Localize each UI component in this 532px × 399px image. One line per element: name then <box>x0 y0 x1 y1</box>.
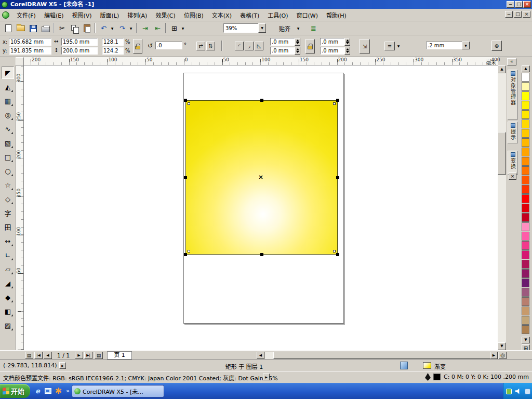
corner-radius-br-input[interactable] <box>320 47 345 55</box>
cut-button[interactable]: ✂ <box>56 22 68 34</box>
docker-tab[interactable]: 变换 <box>508 151 518 175</box>
volume-icon[interactable] <box>514 388 522 395</box>
palette-swatch[interactable] <box>522 148 529 156</box>
snap-button[interactable]: 贴齐 <box>274 22 295 34</box>
lock-ratio-button[interactable] <box>133 39 142 54</box>
table-tool[interactable]: 田 <box>2 221 14 233</box>
mirror-horizontal-button[interactable]: ⇄ <box>196 42 205 50</box>
profile-flyout-button[interactable]: ▶ <box>263 374 270 380</box>
palette-swatch[interactable] <box>522 185 529 194</box>
palette-swatch[interactable] <box>522 129 529 138</box>
palette-swatch[interactable] <box>522 82 529 91</box>
palette-swatch[interactable] <box>522 307 529 315</box>
save-button[interactable] <box>27 22 39 34</box>
blend-tool[interactable]: ▱ <box>2 263 14 275</box>
palette-swatch[interactable] <box>522 250 529 259</box>
scroll-right-button[interactable]: ▶ <box>490 352 498 359</box>
palette-swatch[interactable] <box>522 101 529 110</box>
outline-color-swatch[interactable] <box>433 374 441 380</box>
outline-pen-tool[interactable]: ◆ <box>2 291 14 303</box>
palette-swatch[interactable] <box>522 157 529 166</box>
dimension-tool[interactable]: ↔ <box>2 235 14 247</box>
copy-button[interactable] <box>69 22 81 34</box>
corner-radius-tl-input[interactable] <box>270 38 295 46</box>
outline-width-dropdown[interactable]: ▼ <box>462 42 470 49</box>
freehand-tool[interactable]: ∿ <box>2 123 14 135</box>
new-button[interactable] <box>2 22 14 34</box>
palette-swatch[interactable] <box>522 278 529 287</box>
horizontal-scroll-thumb[interactable] <box>273 352 490 359</box>
horizontal-ruler[interactable]: 20015010050050100150200250300350400 毫米 <box>24 57 498 65</box>
palette-swatch[interactable] <box>522 269 529 278</box>
application-launcher-button[interactable]: ⊞ <box>168 22 180 34</box>
menu-item[interactable]: 文本(X) <box>208 9 236 21</box>
selection-handle[interactable] <box>336 253 339 256</box>
previous-page-button[interactable]: ◀ <box>44 352 52 359</box>
docker-close-button[interactable]: × <box>509 172 516 180</box>
docker-collapse-button[interactable]: « <box>507 58 516 65</box>
tray-icon-2[interactable] <box>524 388 531 395</box>
palette-swatch[interactable] <box>522 316 529 325</box>
basic-shapes-tool[interactable]: ◇ <box>2 193 14 205</box>
internet-explorer-icon[interactable]: e <box>33 387 42 395</box>
zoom-level-dropdown[interactable]: ▼ <box>258 23 266 33</box>
selection-handle[interactable] <box>260 253 263 256</box>
vertical-scroll-thumb[interactable] <box>498 132 506 175</box>
minimize-button[interactable]: − <box>507 1 514 8</box>
scale-stroke-button[interactable]: ⇲ <box>360 39 370 54</box>
zoom-level-input[interactable] <box>223 23 259 33</box>
object-corner-node[interactable] <box>188 102 190 105</box>
last-page-button[interactable]: ▶| <box>84 352 92 359</box>
scale-v-input[interactable] <box>102 47 124 55</box>
corner-radius-tr-spinner[interactable] <box>344 38 350 46</box>
palette-swatch[interactable] <box>522 325 529 334</box>
palette-swatch[interactable] <box>522 73 529 82</box>
symmetry-button[interactable]: ⊛ <box>491 41 502 51</box>
add-page-button[interactable]: ▤ <box>95 352 103 359</box>
zoom-tool[interactable]: ◎ <box>2 109 14 121</box>
scale-h-input[interactable] <box>102 38 124 46</box>
corner-radius-bl-spinner[interactable] <box>295 47 300 55</box>
undo-dropdown[interactable]: ▼ <box>109 22 115 34</box>
menu-item[interactable]: 工具(O) <box>263 9 292 21</box>
undo-button[interactable]: ↶ <box>98 22 110 34</box>
menu-item[interactable]: 效果(C) <box>151 9 179 21</box>
text-tool[interactable]: 字 <box>2 207 14 219</box>
palette-swatch[interactable] <box>522 222 529 231</box>
quick-zoom-button[interactable]: ◎ <box>499 352 507 359</box>
mirror-vertical-button[interactable]: ⇅ <box>206 42 215 50</box>
chamfered-corner-button[interactable]: ◺ <box>255 42 263 50</box>
menu-item[interactable]: 表格(T) <box>236 9 263 21</box>
object-height-input[interactable] <box>61 47 98 55</box>
quick-launch-icon[interactable]: ✱ <box>54 387 63 395</box>
options-button[interactable]: ≣ <box>308 22 320 34</box>
ruler-origin-button[interactable] <box>16 57 24 65</box>
palette-swatch[interactable] <box>522 176 529 184</box>
palette-swatch[interactable] <box>522 138 529 147</box>
vertical-ruler[interactable]: 30025020015010050 <box>16 65 24 350</box>
selection-handle[interactable] <box>184 176 187 179</box>
paste-button[interactable] <box>81 22 93 34</box>
palette-swatch[interactable] <box>522 119 529 128</box>
corner-radius-tl-spinner[interactable] <box>295 38 300 46</box>
corner-radius-br-spinner[interactable] <box>344 47 350 55</box>
scroll-down-button[interactable]: ▼ <box>498 342 506 350</box>
corner-radius-tr-input[interactable] <box>320 38 345 46</box>
taskbar-task-button[interactable]: CorelDRAW X5 - [未... <box>72 385 164 397</box>
selection-handle[interactable] <box>260 99 263 102</box>
selection-handle[interactable] <box>184 99 187 102</box>
show-desktop-icon[interactable] <box>44 387 52 395</box>
shape-tool[interactable]: ◭ <box>2 81 14 93</box>
doc-minimize-button[interactable]: − <box>505 11 513 18</box>
fill-color-swatch[interactable] <box>423 362 431 369</box>
outline-width-input[interactable] <box>426 42 462 49</box>
eyedropper-tool[interactable]: ◢ <box>2 277 14 289</box>
menu-item[interactable]: 位图(B) <box>180 9 208 21</box>
open-button[interactable] <box>15 22 26 34</box>
palette-swatch[interactable] <box>522 260 529 269</box>
doc-close-button[interactable]: × <box>523 11 530 18</box>
corner-radius-bl-input[interactable] <box>270 47 295 55</box>
menu-item[interactable]: 文件(F) <box>12 9 40 21</box>
quick-launch-chevron[interactable]: » <box>63 387 72 395</box>
menu-item[interactable]: 编辑(E) <box>40 9 68 21</box>
